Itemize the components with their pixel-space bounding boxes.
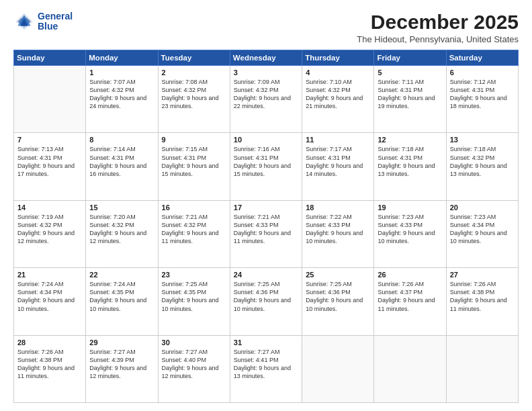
day-number: 7: [17, 136, 82, 144]
daylight-text: Daylight: 9 hours and 14 minutes.: [306, 162, 370, 178]
day-number: 4: [306, 68, 370, 77]
table-row: 5 Sunrise: 7:11 AM Sunset: 4:31 PM Dayli…: [374, 66, 446, 133]
table-row: 17 Sunrise: 7:21 AM Sunset: 4:33 PM Dayl…: [230, 200, 302, 267]
day-info: Sunrise: 7:10 AM Sunset: 4:32 PM Dayligh…: [306, 78, 370, 111]
day-info: Sunrise: 7:26 AM Sunset: 4:38 PM Dayligh…: [17, 348, 82, 381]
day-info: Sunrise: 7:17 AM Sunset: 4:31 PM Dayligh…: [306, 145, 370, 178]
table-row: 12 Sunrise: 7:18 AM Sunset: 4:31 PM Dayl…: [374, 133, 446, 200]
day-info: Sunrise: 7:24 AM Sunset: 4:34 PM Dayligh…: [17, 280, 82, 313]
day-number: 16: [162, 203, 226, 212]
daylight-text: Daylight: 9 hours and 15 minutes.: [162, 162, 226, 178]
table-row: 8 Sunrise: 7:14 AM Sunset: 4:31 PM Dayli…: [86, 133, 158, 200]
daylight-text: Daylight: 9 hours and 16 minutes.: [89, 162, 154, 178]
daylight-text: Daylight: 9 hours and 13 minutes.: [234, 364, 298, 380]
sunrise-text: Sunrise: 7:20 AM: [89, 213, 154, 221]
header-saturday: Saturday: [446, 50, 518, 66]
sunrise-text: Sunrise: 7:26 AM: [378, 280, 442, 288]
table-row: 13 Sunrise: 7:18 AM Sunset: 4:32 PM Dayl…: [446, 133, 518, 200]
sunset-text: Sunset: 4:31 PM: [17, 154, 82, 162]
calendar-week-row: 14 Sunrise: 7:19 AM Sunset: 4:32 PM Dayl…: [14, 200, 519, 267]
sunset-text: Sunset: 4:31 PM: [306, 154, 370, 162]
day-info: Sunrise: 7:25 AM Sunset: 4:36 PM Dayligh…: [306, 280, 370, 313]
sunset-text: Sunset: 4:31 PM: [162, 154, 226, 162]
daylight-text: Daylight: 9 hours and 11 minutes.: [234, 229, 298, 245]
daylight-text: Daylight: 9 hours and 12 minutes.: [162, 364, 226, 380]
sunset-text: Sunset: 4:34 PM: [17, 288, 82, 296]
day-number: 11: [306, 136, 370, 144]
sunset-text: Sunset: 4:31 PM: [378, 86, 442, 94]
header: General Blue December 2025 The Hideout, …: [13, 11, 519, 44]
daylight-text: Daylight: 9 hours and 13 minutes.: [378, 162, 442, 178]
sunset-text: Sunset: 4:33 PM: [234, 221, 298, 229]
day-info: Sunrise: 7:18 AM Sunset: 4:32 PM Dayligh…: [450, 145, 515, 178]
sunset-text: Sunset: 4:31 PM: [378, 154, 442, 162]
day-info: Sunrise: 7:22 AM Sunset: 4:33 PM Dayligh…: [306, 213, 370, 246]
header-tuesday: Tuesday: [158, 50, 230, 66]
sunrise-text: Sunrise: 7:24 AM: [89, 280, 154, 288]
day-info: Sunrise: 7:27 AM Sunset: 4:39 PM Dayligh…: [89, 348, 154, 381]
header-monday: Monday: [86, 50, 158, 66]
calendar-week-row: 21 Sunrise: 7:24 AM Sunset: 4:34 PM Dayl…: [14, 268, 519, 335]
day-info: Sunrise: 7:11 AM Sunset: 4:31 PM Dayligh…: [378, 78, 442, 111]
day-info: Sunrise: 7:25 AM Sunset: 4:36 PM Dayligh…: [234, 280, 298, 313]
table-row: 14 Sunrise: 7:19 AM Sunset: 4:32 PM Dayl…: [14, 200, 86, 267]
day-info: Sunrise: 7:19 AM Sunset: 4:32 PM Dayligh…: [17, 213, 82, 246]
table-row: [14, 66, 86, 133]
sunrise-text: Sunrise: 7:21 AM: [162, 213, 226, 221]
sunset-text: Sunset: 4:32 PM: [89, 221, 154, 229]
sunset-text: Sunset: 4:31 PM: [89, 154, 154, 162]
header-sunday: Sunday: [14, 50, 86, 66]
sunset-text: Sunset: 4:35 PM: [89, 288, 154, 296]
table-row: 1 Sunrise: 7:07 AM Sunset: 4:32 PM Dayli…: [86, 66, 158, 133]
sunrise-text: Sunrise: 7:25 AM: [162, 280, 226, 288]
day-number: 27: [450, 271, 515, 279]
sunrise-text: Sunrise: 7:12 AM: [450, 78, 515, 86]
sunrise-text: Sunrise: 7:13 AM: [17, 145, 82, 153]
day-number: 31: [234, 338, 298, 347]
day-number: 1: [89, 68, 154, 77]
day-info: Sunrise: 7:25 AM Sunset: 4:35 PM Dayligh…: [162, 280, 226, 313]
sunrise-text: Sunrise: 7:15 AM: [162, 145, 226, 153]
sunset-text: Sunset: 4:37 PM: [378, 288, 442, 296]
daylight-text: Daylight: 9 hours and 13 minutes.: [450, 162, 515, 178]
table-row: 4 Sunrise: 7:10 AM Sunset: 4:32 PM Dayli…: [302, 66, 374, 133]
sunset-text: Sunset: 4:32 PM: [306, 86, 370, 94]
daylight-text: Daylight: 9 hours and 12 minutes.: [17, 229, 82, 245]
daylight-text: Daylight: 9 hours and 12 minutes.: [89, 229, 154, 245]
sunset-text: Sunset: 4:33 PM: [306, 221, 370, 229]
day-number: 19: [378, 203, 442, 212]
table-row: 29 Sunrise: 7:27 AM Sunset: 4:39 PM Dayl…: [86, 335, 158, 402]
sunrise-text: Sunrise: 7:11 AM: [378, 78, 442, 86]
sunrise-text: Sunrise: 7:23 AM: [378, 213, 442, 221]
day-number: 25: [306, 271, 370, 279]
day-info: Sunrise: 7:09 AM Sunset: 4:32 PM Dayligh…: [234, 78, 298, 111]
sunrise-text: Sunrise: 7:18 AM: [450, 145, 515, 153]
day-number: 29: [89, 338, 154, 347]
day-info: Sunrise: 7:26 AM Sunset: 4:37 PM Dayligh…: [378, 280, 442, 313]
day-info: Sunrise: 7:08 AM Sunset: 4:32 PM Dayligh…: [162, 78, 226, 111]
sunrise-text: Sunrise: 7:23 AM: [450, 213, 515, 221]
day-number: 3: [234, 68, 298, 77]
sunrise-text: Sunrise: 7:24 AM: [17, 280, 82, 288]
day-number: 9: [162, 136, 226, 144]
page: General Blue December 2025 The Hideout, …: [0, 0, 532, 411]
sunrise-text: Sunrise: 7:17 AM: [306, 145, 370, 153]
month-title: December 2025: [357, 11, 519, 33]
sunrise-text: Sunrise: 7:18 AM: [378, 145, 442, 153]
day-number: 20: [450, 203, 515, 212]
daylight-text: Daylight: 9 hours and 23 minutes.: [162, 94, 226, 110]
sunset-text: Sunset: 4:31 PM: [450, 86, 515, 94]
logo-icon: [13, 11, 35, 32]
table-row: [302, 335, 374, 402]
sunset-text: Sunset: 4:33 PM: [378, 221, 442, 229]
sunset-text: Sunset: 4:41 PM: [234, 356, 298, 364]
day-info: Sunrise: 7:21 AM Sunset: 4:32 PM Dayligh…: [162, 213, 226, 246]
day-number: 14: [17, 203, 82, 212]
daylight-text: Daylight: 9 hours and 10 minutes.: [306, 296, 370, 312]
sunset-text: Sunset: 4:32 PM: [17, 221, 82, 229]
day-number: 28: [17, 338, 82, 347]
header-thursday: Thursday: [302, 50, 374, 66]
day-number: 22: [89, 271, 154, 279]
table-row: 11 Sunrise: 7:17 AM Sunset: 4:31 PM Dayl…: [302, 133, 374, 200]
day-number: 12: [378, 136, 442, 144]
